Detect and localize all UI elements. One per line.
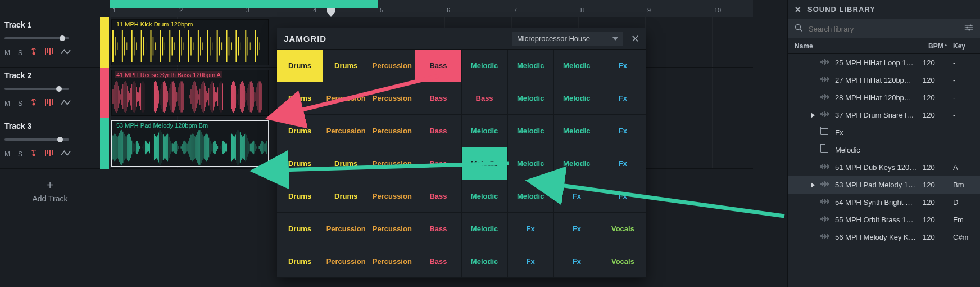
jamgrid-cell-fx[interactable]: Fx <box>554 180 600 213</box>
automation-icon[interactable] <box>61 99 71 107</box>
add-track-button[interactable]: +Add Track <box>0 179 100 203</box>
jamgrid-cell-perc[interactable]: Percussion <box>323 245 369 278</box>
mute-button[interactable]: M <box>4 100 10 107</box>
library-sample[interactable]: 25 MPH HiHat Loop 1… 120 - <box>788 54 980 71</box>
jamgrid-cell-melodic[interactable]: Melodic <box>462 180 508 213</box>
jamgrid-cell-vocals[interactable]: Vocals <box>600 245 646 278</box>
jamgrid-cell-melodic[interactable]: Melodic <box>508 82 554 115</box>
jamgrid-cell-fx[interactable]: Fx <box>554 245 600 278</box>
jamgrid-cell-perc[interactable]: Percussion <box>369 82 415 115</box>
jamgrid-cell-perc[interactable]: Percussion <box>323 82 369 115</box>
volume-slider[interactable] <box>4 37 69 39</box>
jamgrid-cell-vocals[interactable]: Vocals <box>600 213 646 245</box>
col-name[interactable]: Name <box>795 42 928 50</box>
mixer-icon[interactable] <box>45 150 53 158</box>
jamgrid-cell-fx[interactable]: Fx <box>600 82 646 115</box>
volume-slider[interactable] <box>4 138 69 141</box>
jamgrid-cell-melodic[interactable]: Melodic <box>554 82 600 115</box>
jamgrid-cell-bass[interactable]: Bass <box>415 213 461 245</box>
mute-button[interactable]: M <box>4 150 10 158</box>
audio-clip[interactable]: 41 MPH Reese Synth Bass 120bpm A <box>111 70 269 116</box>
library-sample[interactable]: 55 MPH Orbit Brass 1… 120 Fm <box>788 211 980 228</box>
jamgrid-cell-fx[interactable]: Fx <box>600 50 646 82</box>
jamgrid-cell-bass[interactable]: Bass <box>415 82 461 115</box>
jamgrid-cell-drums[interactable]: Drums <box>277 50 323 82</box>
library-sample[interactable]: 56 MPH Melody Key Ki… 120 C#m <box>788 228 980 246</box>
jamgrid-cell-bass[interactable]: Bass <box>415 50 461 82</box>
library-sample[interactable]: 28 MPH HiHat 120bp… 120 - <box>788 89 980 106</box>
jamgrid-cell-perc[interactable]: Percussion <box>369 213 415 245</box>
audio-clip[interactable]: 11 MPH Kick Drum 120bpm <box>111 19 269 65</box>
jamgrid-cell-drums[interactable]: Drums <box>277 180 323 213</box>
volume-slider[interactable] <box>4 88 69 90</box>
jamgrid-cell-fx[interactable]: Fx <box>508 213 554 245</box>
sound-library-list[interactable]: 25 MPH HiHat Loop 1… 120 - 27 MPH HiHat … <box>788 54 980 246</box>
library-sample[interactable]: 54 MPH Synth Bright … 120 D <box>788 194 980 211</box>
play-icon[interactable] <box>811 113 815 118</box>
mute-button[interactable]: M <box>4 49 10 57</box>
jamgrid-cell-perc[interactable]: Percussion <box>369 50 415 82</box>
playhead[interactable] <box>327 8 335 17</box>
automation-icon[interactable] <box>61 150 71 158</box>
filter-sliders-icon[interactable] <box>964 24 973 34</box>
jamgrid-cell-melodic[interactable]: Melodic <box>508 180 554 213</box>
record-arm-icon[interactable] <box>30 99 37 107</box>
search-input[interactable] <box>809 25 959 33</box>
jamgrid-cell-melodic[interactable]: Melodic <box>554 50 600 82</box>
timeline-ruler[interactable]: 12345678910 <box>110 0 753 17</box>
jamgrid-cell-bass[interactable]: Bass <box>415 245 461 278</box>
solo-button[interactable]: S <box>18 100 22 107</box>
jamgrid-cell-melodic[interactable]: Melodic <box>462 147 508 180</box>
jamgrid-cell-drums[interactable]: Drums <box>277 115 323 147</box>
record-arm-icon[interactable] <box>30 150 37 158</box>
jamgrid-cell-melodic[interactable]: Melodic <box>508 115 554 147</box>
jamgrid-cell-bass[interactable]: Bass <box>415 147 461 180</box>
library-sample[interactable]: 27 MPH HiHat 120bp… 120 - <box>788 71 980 89</box>
jamgrid-cell-drums[interactable]: Drums <box>277 213 323 245</box>
audio-clip[interactable]: 53 MPH Pad Melody 120bpm Bm <box>111 120 269 167</box>
jamgrid-cell-drums[interactable]: Drums <box>323 180 369 213</box>
library-sample[interactable]: 37 MPH Drum Snare loo… 120 - <box>788 106 980 124</box>
jamgrid-cell-melodic[interactable]: Melodic <box>508 147 554 180</box>
jamgrid-cell-melodic[interactable]: Melodic <box>554 115 600 147</box>
col-bpm[interactable]: BPM ˄ <box>928 42 953 50</box>
mixer-icon[interactable] <box>45 48 53 57</box>
jamgrid-cell-drums[interactable]: Drums <box>277 147 323 180</box>
track-header[interactable]: Track 2 M S <box>0 68 100 118</box>
library-sample[interactable]: 53 MPH Pad Melody 12… 120 Bm <box>788 176 980 194</box>
mixer-icon[interactable] <box>45 99 53 107</box>
record-arm-icon[interactable] <box>30 48 37 57</box>
jamgrid-cell-perc[interactable]: Percussion <box>369 115 415 147</box>
close-icon[interactable]: ✕ <box>795 5 802 14</box>
jamgrid-cell-melodic[interactable]: Melodic <box>462 245 508 278</box>
track-header[interactable]: Track 1 M S <box>0 17 100 68</box>
jamgrid-cell-perc[interactable]: Percussion <box>369 180 415 213</box>
play-icon[interactable] <box>811 182 815 188</box>
loop-region[interactable] <box>110 0 378 8</box>
jamgrid-cell-fx[interactable]: Fx <box>600 147 646 180</box>
jamgrid-cell-drums[interactable]: Drums <box>323 147 369 180</box>
jamgrid-cell-fx[interactable]: Fx <box>508 245 554 278</box>
jamgrid-cell-bass[interactable]: Bass <box>462 82 508 115</box>
library-sample[interactable]: 51 MPH Dub Keys 120… 120 A <box>788 159 980 176</box>
library-folder[interactable]: Fx <box>788 124 980 141</box>
jamgrid-cell-melodic[interactable]: Melodic <box>462 213 508 245</box>
solo-button[interactable]: S <box>18 150 22 158</box>
track-header[interactable]: Track 3 M S <box>0 118 100 169</box>
close-icon[interactable]: ✕ <box>631 33 639 45</box>
jamgrid-cell-bass[interactable]: Bass <box>415 180 461 213</box>
jamgrid-cell-perc[interactable]: Percussion <box>323 115 369 147</box>
sound-library-search[interactable] <box>788 19 980 38</box>
jamgrid-cell-melodic[interactable]: Melodic <box>462 115 508 147</box>
jamgrid-cell-drums[interactable]: Drums <box>323 50 369 82</box>
automation-icon[interactable] <box>61 48 71 57</box>
jamgrid-cell-drums[interactable]: Drums <box>277 82 323 115</box>
jamgrid-cell-fx[interactable]: Fx <box>600 180 646 213</box>
jamgrid-cell-fx[interactable]: Fx <box>554 213 600 245</box>
jamgrid-cell-bass[interactable]: Bass <box>415 115 461 147</box>
jamgrid-cell-fx[interactable]: Fx <box>600 115 646 147</box>
jamgrid-cell-perc[interactable]: Percussion <box>323 213 369 245</box>
jamgrid-cell-melodic[interactable]: Melodic <box>462 50 508 82</box>
jamgrid-cell-perc[interactable]: Percussion <box>369 147 415 180</box>
solo-button[interactable]: S <box>18 49 22 57</box>
